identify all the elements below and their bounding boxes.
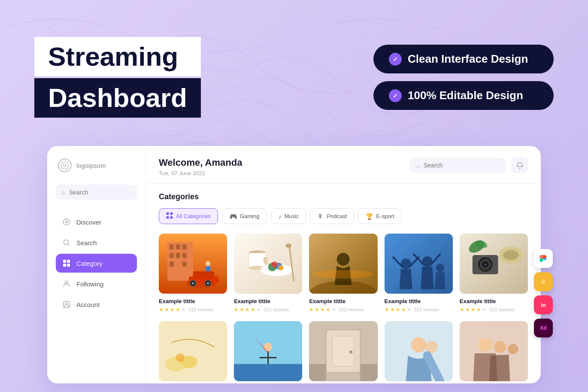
media-card-5[interactable]: Example tittle ★ ★ ★ ★ ★ 312 reviews (460, 234, 528, 313)
svg-point-63 (485, 264, 486, 265)
category-icon (62, 258, 71, 268)
svg-point-32 (192, 282, 194, 285)
svg-point-1 (61, 161, 69, 169)
cat-tab-gaming[interactable]: 🎮 Gaming (222, 208, 267, 224)
card-1-reviews: 312 reviews (188, 307, 214, 312)
header-search-input[interactable] (424, 162, 499, 169)
invision-tool-button[interactable]: in (534, 295, 553, 314)
logo-icon (58, 158, 72, 173)
svg-point-52 (337, 253, 350, 266)
card-4-meta: ★ ★ ★ ★ ★ 312 reviews (385, 307, 453, 313)
dashboard-title: Dashboard (34, 78, 201, 118)
discover-icon (62, 217, 71, 227)
cat-tab-music-label: Music (284, 213, 299, 219)
cat-tab-esport[interactable]: 🏆 E-sport (358, 208, 401, 224)
media-card-10[interactable] (460, 321, 528, 383)
sidebar-search-box[interactable]: ⌕ (56, 185, 137, 200)
svg-point-4 (66, 221, 68, 223)
svg-point-78 (349, 350, 353, 354)
cat-tab-music[interactable]: ♪ Music (271, 208, 306, 224)
media-thumb-2 (234, 234, 302, 294)
following-icon (62, 279, 71, 289)
category-tabs: All Categories 🎮 Gaming ♪ Music 🎙 Podcas… (159, 208, 528, 224)
svg-point-85 (479, 338, 492, 352)
media-thumb-6 (159, 321, 227, 381)
media-cards-row1: Example tittle ★ ★ ★ ★ ★ 312 reviews (159, 234, 528, 313)
sidebar-item-following[interactable]: Following (56, 274, 137, 293)
cat-tab-all[interactable]: All Categories (159, 208, 218, 224)
date-text: Tue, 07 June 2022 (159, 170, 242, 176)
media-card-2[interactable]: Example tittle ★ ★ ★ ★ ★ 312 reviews (234, 234, 302, 313)
svg-line-6 (68, 244, 70, 246)
svg-point-86 (494, 341, 506, 353)
svg-rect-79 (309, 364, 326, 381)
sidebar-item-discover[interactable]: Discover (56, 213, 137, 231)
svg-point-2 (64, 164, 66, 167)
card-2-reviews: 312 reviews (264, 307, 289, 312)
media-card-3[interactable]: Example tittle ★ ★ ★ ★ ★ 312 reviews (309, 234, 377, 313)
svg-rect-20 (170, 244, 174, 249)
cat-tab-podcast[interactable]: 🎙 Podcast (310, 208, 354, 224)
card-4-title: Example tittle (385, 298, 453, 304)
card-1-meta: ★ ★ ★ ★ ★ 312 reviews (159, 307, 227, 313)
svg-rect-73 (234, 364, 302, 381)
svg-rect-24 (176, 253, 180, 258)
svg-rect-27 (182, 261, 187, 267)
media-card-4[interactable]: Example tittle ★ ★ ★ ★ ★ 312 reviews (385, 234, 453, 313)
media-card-9[interactable] (385, 321, 453, 383)
nav-items: Discover Search (56, 213, 137, 314)
media-card-6[interactable] (159, 321, 227, 383)
cat-tab-all-label: All Categories (176, 213, 211, 219)
svg-point-34 (206, 282, 209, 285)
sidebar-search-input[interactable] (69, 189, 131, 196)
all-categories-icon (166, 212, 173, 220)
svg-point-35 (205, 266, 210, 272)
dashboard-card: logoipsum ⌕ Discover (47, 146, 541, 383)
sketch-tool-button[interactable] (534, 272, 553, 291)
media-thumb-10 (460, 321, 528, 381)
notification-button[interactable] (512, 157, 528, 173)
sidebar-item-account[interactable]: Account (56, 295, 137, 314)
svg-rect-9 (63, 264, 66, 267)
svg-rect-26 (170, 261, 174, 267)
card-5-reviews: 312 reviews (489, 307, 515, 312)
xd-tool-button[interactable]: Xd (534, 319, 553, 337)
main-header: Welcome, Amanda Tue, 07 June 2022 ⌕ (146, 146, 541, 184)
media-card-7[interactable] (234, 321, 302, 383)
media-card-8[interactable] (309, 321, 377, 383)
sidebar: logoipsum ⌕ Discover (47, 146, 146, 383)
badge-editable: ✓ 100% Editable Design (373, 81, 554, 110)
logo-text: logoipsum (76, 162, 106, 169)
sidebar-item-search[interactable]: Search (56, 233, 137, 252)
check-icon-1: ✓ (389, 53, 402, 66)
svg-point-71 (176, 353, 185, 362)
media-card-1[interactable]: Example tittle ★ ★ ★ ★ ★ 312 reviews (159, 234, 227, 313)
search-nav-icon (62, 238, 71, 247)
svg-rect-8 (67, 260, 70, 263)
card-5-stars: ★ ★ ★ ★ ★ (460, 307, 487, 313)
svg-rect-14 (167, 213, 169, 215)
figma-tool-button[interactable] (534, 249, 553, 268)
sidebar-item-category[interactable]: Category (56, 254, 137, 273)
svg-rect-15 (170, 213, 173, 215)
account-icon (62, 300, 71, 309)
card-2-title: Example tittle (234, 298, 302, 304)
esport-icon: 🏆 (366, 213, 373, 220)
media-thumb-3 (309, 234, 377, 294)
svg-rect-17 (170, 216, 173, 219)
card-3-reviews: 312 reviews (339, 307, 364, 312)
svg-point-74 (264, 343, 273, 351)
account-label: Account (76, 301, 100, 308)
card-3-meta: ★ ★ ★ ★ ★ 312 reviews (309, 307, 377, 313)
card-1-title: Example tittle (159, 298, 227, 304)
header-search-box[interactable]: ⌕ (409, 158, 506, 173)
title-block: Streaming Dashboard (34, 37, 201, 118)
badge-clean-label: Clean Interface Design (408, 52, 528, 66)
media-cards-row2 (159, 321, 528, 383)
svg-point-3 (64, 219, 70, 225)
svg-point-13 (66, 303, 68, 305)
svg-rect-80 (361, 364, 378, 381)
svg-rect-30 (193, 271, 215, 278)
cat-tab-esport-label: E-sport (376, 213, 394, 219)
card-3-title: Example tittle (309, 298, 377, 304)
